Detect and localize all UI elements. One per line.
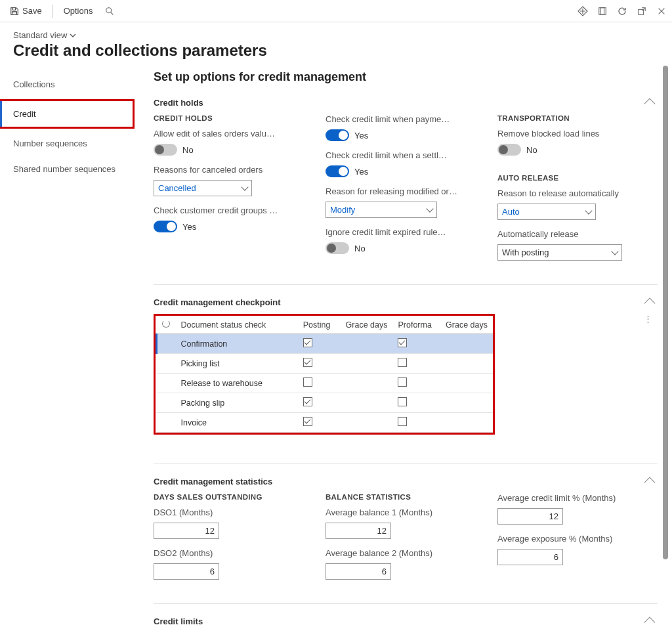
annotation-highlight: Credit bbox=[0, 99, 135, 129]
chevron-down-icon bbox=[611, 248, 618, 255]
page-header: Standard view Credit and collections par… bbox=[0, 22, 672, 65]
label-avgexp: Average exposure % (Months) bbox=[497, 534, 658, 544]
toggle-check-settl[interactable] bbox=[326, 165, 349, 177]
checkbox-posting[interactable] bbox=[303, 377, 312, 387]
save-button[interactable]: Save bbox=[5, 5, 46, 18]
toggle-check-payme[interactable] bbox=[326, 129, 349, 141]
checkbox-posting[interactable] bbox=[303, 358, 312, 367]
fasttab-stats: Credit management statistics DAYS SALES … bbox=[154, 473, 658, 594]
table-row[interactable]: Release to warehouse bbox=[157, 374, 494, 393]
table-row[interactable]: Confirmation bbox=[157, 334, 494, 354]
nav-shared-number-sequences[interactable]: Shared number sequences bbox=[0, 156, 144, 182]
col-doc[interactable]: Document status check bbox=[175, 316, 297, 334]
chevron-up-icon bbox=[644, 98, 656, 110]
table-row[interactable]: Picking list bbox=[157, 354, 494, 374]
view-selector[interactable]: Standard view bbox=[13, 30, 76, 40]
popout-icon[interactable] bbox=[637, 6, 647, 16]
checkpoint-grid: Document status check Posting Grace days… bbox=[156, 316, 493, 433]
label-check-settl: Check credit limit when a settl… bbox=[326, 150, 486, 160]
toggle-ignore-expired[interactable] bbox=[326, 242, 349, 254]
checkbox-posting[interactable] bbox=[303, 338, 312, 347]
label-check-payme: Check credit limit when payme… bbox=[326, 114, 486, 124]
chevron-up-icon bbox=[644, 298, 656, 309]
label-check-groups: Check customer credit groups … bbox=[154, 205, 314, 215]
subheading-auto-release: AUTO RELEASE bbox=[497, 174, 658, 182]
table-row[interactable]: Packing slip bbox=[157, 393, 494, 413]
dropdown-reason-release[interactable]: Modify bbox=[326, 202, 437, 218]
fasttab-header-checkpoint[interactable]: Credit management checkpoint bbox=[154, 294, 658, 314]
input-avg1[interactable]: 12 bbox=[326, 523, 391, 539]
nav-credit[interactable]: Credit bbox=[0, 101, 133, 127]
options-label: Options bbox=[64, 6, 93, 16]
checkbox-posting[interactable] bbox=[303, 417, 312, 426]
subheading-balance: BALANCE STATISTICS bbox=[326, 493, 486, 501]
fasttab-header-credit-holds[interactable]: Credit holds bbox=[154, 95, 658, 114]
page-title: Credit and collections parameters bbox=[13, 41, 659, 60]
toggle-allow-edit[interactable] bbox=[154, 144, 177, 156]
nav-number-sequences[interactable]: Number sequences bbox=[0, 131, 144, 156]
dropdown-reasons-cancelled[interactable]: Cancelled bbox=[154, 180, 252, 196]
input-dso1[interactable]: 12 bbox=[154, 523, 219, 539]
label-reason-auto: Reason to release automatically bbox=[497, 188, 658, 198]
refresh-icon[interactable] bbox=[162, 320, 170, 328]
diamond-icon[interactable] bbox=[578, 6, 588, 16]
side-nav: Collections Credit Number sequences Shar… bbox=[0, 65, 144, 625]
save-icon bbox=[9, 6, 20, 16]
fasttab-header-limits[interactable]: Credit limits bbox=[154, 613, 658, 625]
dropdown-reason-auto[interactable]: Auto bbox=[497, 204, 596, 220]
label-avg1: Average balance 1 (Months) bbox=[326, 507, 486, 517]
fasttab-header-stats[interactable]: Credit management statistics bbox=[154, 473, 658, 493]
checkbox-proforma[interactable] bbox=[398, 397, 407, 406]
save-label: Save bbox=[22, 6, 42, 16]
label-avg2: Average balance 2 (Months) bbox=[326, 548, 486, 558]
chevron-up-icon bbox=[644, 477, 656, 488]
toolbar-divider bbox=[52, 5, 53, 18]
section-title: Set up options for credit management bbox=[154, 70, 658, 84]
label-dso2: DSO2 (Months) bbox=[154, 548, 314, 558]
subheading-transport: TRANSPORTATION bbox=[497, 114, 658, 122]
col-grace2[interactable]: Grace days bbox=[438, 316, 493, 334]
col-grace1[interactable]: Grace days bbox=[339, 316, 393, 334]
main-panel: Set up options for credit management Cre… bbox=[144, 65, 672, 625]
svg-line-1 bbox=[111, 12, 114, 14]
label-reasons-cancelled: Reasons for canceled orders bbox=[154, 165, 314, 175]
col-proforma[interactable]: Proforma bbox=[392, 316, 438, 334]
grid-more-icon[interactable]: ⋮ bbox=[639, 314, 658, 324]
col-posting[interactable]: Posting bbox=[298, 316, 339, 334]
svg-rect-2 bbox=[599, 7, 606, 14]
options-button[interactable]: Options bbox=[60, 5, 97, 17]
input-avg2[interactable]: 6 bbox=[326, 563, 391, 580]
label-remove-blocked: Remove blocked load lines bbox=[497, 129, 658, 139]
nav-collections[interactable]: Collections bbox=[0, 72, 144, 97]
input-avgexp[interactable]: 6 bbox=[497, 549, 563, 565]
fasttab-credit-holds: Credit holds CREDIT HOLDS Allow edit of … bbox=[154, 95, 658, 275]
table-row[interactable]: Invoice bbox=[157, 413, 494, 433]
svg-point-0 bbox=[106, 7, 112, 12]
chevron-down-icon bbox=[241, 183, 248, 190]
fasttab-checkpoint: Credit management checkpoint Document st… bbox=[154, 294, 658, 444]
label-auto-release: Automatically release bbox=[497, 229, 658, 239]
checkbox-proforma[interactable] bbox=[398, 417, 407, 426]
checkbox-posting[interactable] bbox=[303, 397, 312, 406]
dropdown-auto-release[interactable]: With posting bbox=[497, 244, 622, 261]
chevron-down-icon bbox=[585, 207, 592, 214]
input-avglimit[interactable]: 12 bbox=[497, 508, 563, 525]
checkbox-proforma[interactable] bbox=[398, 377, 407, 387]
label-allow-edit: Allow edit of sales orders valu… bbox=[154, 129, 314, 139]
fasttab-limits: Credit limits Credit limit exchange rate… bbox=[154, 613, 658, 625]
office-icon[interactable] bbox=[597, 6, 608, 16]
grid-header: Document status check Posting Grace days… bbox=[157, 316, 494, 334]
input-dso2[interactable]: 6 bbox=[154, 563, 219, 580]
chevron-down-icon bbox=[70, 32, 76, 39]
checkbox-proforma[interactable] bbox=[398, 358, 407, 367]
label-avglimit: Average credit limit % (Months) bbox=[497, 493, 658, 503]
close-icon[interactable] bbox=[656, 6, 667, 16]
label-reason-release: Reason for releasing modified or… bbox=[326, 186, 486, 196]
checkbox-proforma[interactable] bbox=[398, 338, 407, 347]
subheading-credit-holds: CREDIT HOLDS bbox=[154, 114, 314, 122]
label-ignore-expired: Ignore credit limit expired rule… bbox=[326, 227, 486, 237]
toggle-check-groups[interactable] bbox=[154, 221, 177, 232]
search-button[interactable] bbox=[100, 5, 119, 18]
refresh-icon[interactable] bbox=[617, 6, 627, 16]
toggle-remove-blocked[interactable] bbox=[497, 144, 521, 156]
